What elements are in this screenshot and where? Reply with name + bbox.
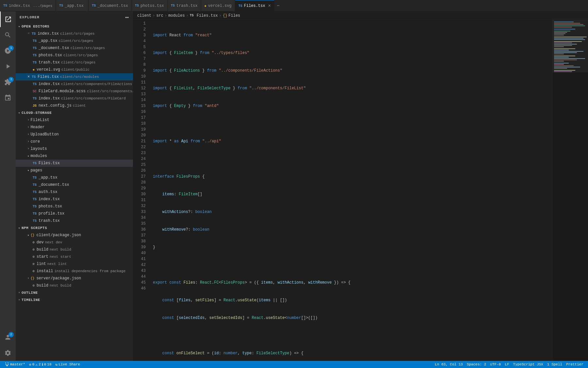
tab-close-button[interactable]: × [268, 3, 271, 9]
tree-profile-tsx[interactable]: TS profile.tsx [16, 210, 133, 217]
activity-search[interactable] [0, 27, 16, 43]
npm-build[interactable]: ⚙ build next build [16, 246, 133, 253]
npm-dev[interactable]: ⚙ dev next dev [16, 239, 133, 246]
file-name: next.config.js [39, 103, 72, 108]
tree-auth-tsx[interactable]: TS auth.tsx [16, 188, 133, 196]
section-timeline[interactable]: › TIMELINE [16, 296, 133, 304]
tab-document-tsx[interactable]: TS _document.tsx [89, 0, 132, 11]
extensions-badge: 3 [8, 77, 14, 82]
npm-start[interactable]: ⚙ start next start [16, 253, 133, 260]
svg-rect-4 [554, 24, 583, 25]
tree-core[interactable]: › core [16, 138, 133, 145]
section-label: CLOUD-STORAGE [22, 111, 52, 115]
file-name: index.tsx [39, 82, 60, 86]
open-editor-files-tsx[interactable]: × TS Files.tsx client/src/modules [16, 73, 133, 80]
tree-modules[interactable]: ▾ modules [16, 152, 133, 160]
spell-label: 1 Spell [547, 362, 562, 366]
status-position[interactable]: Ln 63, Col 13 [433, 361, 465, 368]
tab-app-tsx[interactable]: TS _app.tsx [56, 0, 89, 11]
ln33: 33 [133, 209, 146, 215]
open-editor-index-tsx[interactable]: × TS index.tsx client/src/pages [16, 30, 133, 37]
open-editor-fileactions-index[interactable]: TS index.tsx client/src/components/FileA… [16, 80, 133, 88]
svg-rect-15 [554, 41, 582, 42]
folder-name: core [30, 139, 40, 144]
status-encoding[interactable]: UTF-8 [488, 361, 503, 368]
npm-install[interactable]: ⚙ install install dependencies from pack… [16, 268, 133, 275]
open-editor-vercel-svg[interactable]: ◆ vercel.svg client/public [16, 66, 133, 73]
section-label: OUTLINE [22, 291, 38, 295]
activity-extensions[interactable]: 3 [0, 74, 16, 90]
npm-server-build[interactable]: ⚙ build nest build [16, 282, 133, 289]
tree-index-tsx[interactable]: TS index.tsx [16, 196, 133, 203]
ln6: 6 [133, 50, 146, 56]
close-editor-icon[interactable]: × [27, 31, 30, 36]
status-errors[interactable]: ⊘ 0 ⚠ 2 ℹ 0 18 [27, 361, 53, 368]
sidebar-more-button[interactable]: ⋯ [125, 14, 129, 21]
section-npm-scripts[interactable]: ▾ NPM SCRIPTS [16, 224, 133, 232]
tab-files-tsx[interactable]: TS Files.tsx × [235, 0, 274, 11]
tab-more-button[interactable]: ⋯ [274, 0, 282, 11]
tab-index-tsx[interactable]: TS index.tsx .../pages [0, 0, 56, 11]
tree-app-tsx[interactable]: TS _app.tsx [16, 174, 133, 181]
npm-client-package[interactable]: ▾ {} client/package.json [16, 232, 133, 239]
svg-icon: ◆ [204, 4, 206, 8]
section-open-editors[interactable]: ▾ OPEN EDITORS [16, 23, 133, 30]
tree-uploadbutton[interactable]: › UploadButton [16, 131, 133, 138]
script-name: dev [37, 240, 44, 245]
status-live-share[interactable]: ⇆ Live Share [54, 361, 82, 368]
tab-photos-tsx[interactable]: TS photos.tsx [132, 0, 168, 11]
status-branch[interactable]: master* [3, 361, 27, 368]
open-editor-next-config[interactable]: JS next.config.js client [16, 102, 133, 109]
ln45: 45 [133, 280, 146, 286]
file-name: trash.tsx [39, 219, 60, 223]
tree-layouts[interactable]: › layouts [16, 145, 133, 152]
tree-header[interactable]: › Header [16, 124, 133, 131]
ln11: 11 [133, 79, 146, 85]
close-editor-icon[interactable]: × [27, 75, 30, 79]
npm-lint[interactable]: ⚙ lint next lint [16, 260, 133, 268]
tree-files-tsx[interactable]: TS Files.tsx [16, 160, 133, 167]
status-spaces[interactable]: Spaces: 2 [465, 361, 488, 368]
tree-filelist[interactable]: › FileList [16, 116, 133, 124]
open-editor-trash-tsx[interactable]: TS trash.tsx client/src/pages [16, 59, 133, 66]
error-icon: ⊘ [29, 362, 31, 367]
section-label: OPEN EDITORS [22, 25, 49, 28]
activity-run[interactable] [0, 59, 16, 74]
npm-server-package[interactable]: › {} server/package.json [16, 275, 133, 282]
tab-label: vercel.svg [208, 4, 232, 8]
status-line-ending[interactable]: LF [503, 361, 511, 368]
section-outline[interactable]: › OUTLINE [16, 289, 133, 296]
script-icon: ⚙ [33, 248, 35, 252]
open-editor-document-tsx[interactable]: TS _document.tsx client/src/pages [16, 44, 133, 52]
section-cloud-storage[interactable]: ▾ CLOUD-STORAGE [16, 109, 133, 116]
open-editor-photos-tsx[interactable]: TS photos.tsx client/src/pages [16, 52, 133, 59]
tree-trash-tsx-pages[interactable]: TS trash.tsx [16, 217, 133, 224]
tab-vercel-svg[interactable]: ◆ vercel.svg [201, 0, 235, 11]
activity-settings[interactable] [0, 345, 16, 361]
file-name: Files.tsx [38, 75, 59, 79]
file-name: _document.tsx [39, 46, 69, 50]
breadcrumb-sep: › [219, 13, 221, 18]
sidebar-content[interactable]: ▾ OPEN EDITORS × TS index.tsx client/src… [16, 23, 133, 361]
activity-explorer[interactable] [0, 11, 16, 27]
tree-pages[interactable]: ▾ pages [16, 167, 133, 174]
tab-trash-tsx[interactable]: TS trash.tsx [168, 0, 201, 11]
open-editor-app-tsx[interactable]: TS _app.tsx client/src/pages [16, 37, 133, 44]
activity-source-control[interactable]: 1 [0, 43, 16, 59]
activity-account[interactable]: 2 [0, 329, 16, 345]
ts-file-icon: TS [33, 82, 37, 86]
ln9: 9 [133, 68, 146, 74]
ln36: 36 [133, 227, 146, 233]
open-editor-filecard-scss[interactable]: SC FileCard.module.scss client/src/compo… [16, 88, 133, 95]
code-line-3: import { FileActions } from "../componen… [153, 68, 552, 74]
status-language[interactable]: TypeScript JSX [511, 361, 545, 368]
open-editor-filecard-index[interactable]: TS index.tsx client/src/components/FileC… [16, 95, 133, 102]
script-name: start [37, 254, 48, 259]
status-spell[interactable]: 1 Spell [545, 361, 564, 368]
scss-file-icon: SC [33, 90, 37, 93]
activity-remote[interactable] [0, 90, 16, 106]
tree-photos-tsx[interactable]: TS photos.tsx [16, 203, 133, 210]
code-content[interactable]: import React from "react" import { FileI… [150, 20, 552, 361]
status-formatter[interactable]: Prettier [564, 361, 585, 368]
tree-document-tsx[interactable]: TS _document.tsx [16, 181, 133, 188]
